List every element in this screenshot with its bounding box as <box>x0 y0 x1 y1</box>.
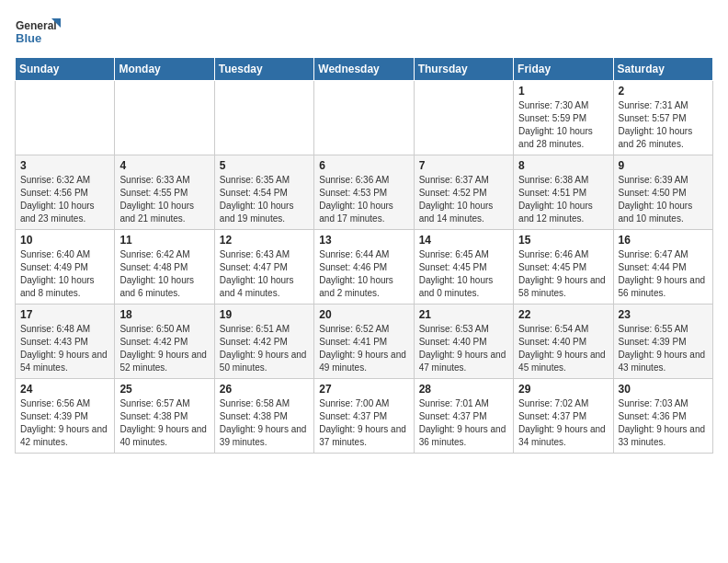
day-info: Sunrise: 6:54 AM Sunset: 4:40 PM Dayligh… <box>518 323 608 374</box>
calendar-header-row: SundayMondayTuesdayWednesdayThursdayFrid… <box>16 58 713 81</box>
day-info: Sunrise: 6:36 AM Sunset: 4:53 PM Dayligh… <box>319 174 408 225</box>
day-info: Sunrise: 6:40 AM Sunset: 4:49 PM Dayligh… <box>20 248 109 300</box>
calendar-cell: 12Sunrise: 6:43 AM Sunset: 4:47 PM Dayli… <box>214 230 313 304</box>
day-number: 8 <box>518 159 608 172</box>
calendar-cell: 11Sunrise: 6:42 AM Sunset: 4:48 PM Dayli… <box>115 230 214 304</box>
calendar-cell <box>16 81 115 155</box>
day-info: Sunrise: 6:52 AM Sunset: 4:41 PM Dayligh… <box>319 323 408 374</box>
day-info: Sunrise: 6:42 AM Sunset: 4:48 PM Dayligh… <box>119 248 209 300</box>
calendar-cell: 28Sunrise: 7:01 AM Sunset: 4:37 PM Dayli… <box>414 379 513 454</box>
calendar-cell: 16Sunrise: 6:47 AM Sunset: 4:44 PM Dayli… <box>613 230 712 304</box>
day-number: 3 <box>20 159 109 172</box>
day-number: 30 <box>619 383 708 396</box>
calendar-cell: 25Sunrise: 6:57 AM Sunset: 4:38 PM Dayli… <box>115 379 214 454</box>
calendar-cell: 6Sunrise: 6:36 AM Sunset: 4:53 PM Daylig… <box>314 155 414 230</box>
day-number: 24 <box>20 383 109 396</box>
day-number: 26 <box>220 383 309 396</box>
day-info: Sunrise: 6:51 AM Sunset: 4:42 PM Dayligh… <box>220 323 309 374</box>
calendar-cell: 13Sunrise: 6:44 AM Sunset: 4:46 PM Dayli… <box>314 230 414 304</box>
day-info: Sunrise: 6:35 AM Sunset: 4:54 PM Dayligh… <box>220 174 309 225</box>
calendar-cell: 22Sunrise: 6:54 AM Sunset: 4:40 PM Dayli… <box>514 304 613 379</box>
calendar-cell: 15Sunrise: 6:46 AM Sunset: 4:45 PM Dayli… <box>514 230 613 304</box>
day-info: Sunrise: 7:02 AM Sunset: 4:37 PM Dayligh… <box>518 397 608 449</box>
day-info: Sunrise: 7:31 AM Sunset: 5:57 PM Dayligh… <box>619 99 708 151</box>
day-number: 12 <box>220 234 309 247</box>
calendar-cell: 1Sunrise: 7:30 AM Sunset: 5:59 PM Daylig… <box>514 81 613 155</box>
day-info: Sunrise: 6:43 AM Sunset: 4:47 PM Dayligh… <box>220 248 309 300</box>
col-header-thursday: Thursday <box>414 58 513 81</box>
logo-svg: General Blue <box>15 15 63 50</box>
calendar-cell: 24Sunrise: 6:56 AM Sunset: 4:39 PM Dayli… <box>16 379 115 454</box>
calendar-cell: 26Sunrise: 6:58 AM Sunset: 4:38 PM Dayli… <box>214 379 313 454</box>
calendar-week-row: 24Sunrise: 6:56 AM Sunset: 4:39 PM Dayli… <box>16 379 713 454</box>
day-info: Sunrise: 6:38 AM Sunset: 4:51 PM Dayligh… <box>518 174 608 225</box>
calendar-cell <box>414 81 513 155</box>
calendar-cell: 4Sunrise: 6:33 AM Sunset: 4:55 PM Daylig… <box>115 155 214 230</box>
day-number: 29 <box>518 383 608 396</box>
calendar-cell: 3Sunrise: 6:32 AM Sunset: 4:56 PM Daylig… <box>16 155 115 230</box>
calendar-cell: 7Sunrise: 6:37 AM Sunset: 4:52 PM Daylig… <box>414 155 513 230</box>
calendar-cell: 30Sunrise: 7:03 AM Sunset: 4:36 PM Dayli… <box>613 379 712 454</box>
calendar-cell: 29Sunrise: 7:02 AM Sunset: 4:37 PM Dayli… <box>514 379 613 454</box>
day-number: 2 <box>619 85 708 98</box>
col-header-friday: Friday <box>514 58 613 81</box>
day-info: Sunrise: 6:57 AM Sunset: 4:38 PM Dayligh… <box>119 397 209 449</box>
day-number: 17 <box>20 308 109 321</box>
calendar-cell: 23Sunrise: 6:55 AM Sunset: 4:39 PM Dayli… <box>613 304 712 379</box>
calendar-table: SundayMondayTuesdayWednesdayThursdayFrid… <box>15 57 713 454</box>
day-info: Sunrise: 6:44 AM Sunset: 4:46 PM Dayligh… <box>319 248 408 300</box>
page-header: General Blue <box>15 15 713 50</box>
day-number: 9 <box>619 159 708 172</box>
day-info: Sunrise: 6:47 AM Sunset: 4:44 PM Dayligh… <box>619 248 708 300</box>
day-info: Sunrise: 6:50 AM Sunset: 4:42 PM Dayligh… <box>119 323 209 374</box>
day-number: 1 <box>518 85 608 98</box>
calendar-cell: 14Sunrise: 6:45 AM Sunset: 4:45 PM Dayli… <box>414 230 513 304</box>
calendar-cell: 10Sunrise: 6:40 AM Sunset: 4:49 PM Dayli… <box>16 230 115 304</box>
day-number: 6 <box>319 159 408 172</box>
calendar-cell: 21Sunrise: 6:53 AM Sunset: 4:40 PM Dayli… <box>414 304 513 379</box>
calendar-week-row: 10Sunrise: 6:40 AM Sunset: 4:49 PM Dayli… <box>16 230 713 304</box>
day-number: 25 <box>119 383 209 396</box>
calendar-cell <box>214 81 313 155</box>
day-number: 15 <box>518 234 608 247</box>
day-info: Sunrise: 6:46 AM Sunset: 4:45 PM Dayligh… <box>518 248 608 300</box>
calendar-cell: 18Sunrise: 6:50 AM Sunset: 4:42 PM Dayli… <box>115 304 214 379</box>
col-header-tuesday: Tuesday <box>214 58 313 81</box>
calendar-cell: 2Sunrise: 7:31 AM Sunset: 5:57 PM Daylig… <box>613 81 712 155</box>
day-number: 21 <box>419 308 508 321</box>
calendar-cell: 9Sunrise: 6:39 AM Sunset: 4:50 PM Daylig… <box>613 155 712 230</box>
day-info: Sunrise: 7:01 AM Sunset: 4:37 PM Dayligh… <box>419 397 508 449</box>
calendar-cell: 8Sunrise: 6:38 AM Sunset: 4:51 PM Daylig… <box>514 155 613 230</box>
day-number: 19 <box>220 308 309 321</box>
day-number: 4 <box>119 159 209 172</box>
calendar-cell <box>314 81 414 155</box>
calendar-cell: 17Sunrise: 6:48 AM Sunset: 4:43 PM Dayli… <box>16 304 115 379</box>
day-info: Sunrise: 6:53 AM Sunset: 4:40 PM Dayligh… <box>419 323 508 374</box>
calendar-week-row: 17Sunrise: 6:48 AM Sunset: 4:43 PM Dayli… <box>16 304 713 379</box>
day-number: 14 <box>419 234 508 247</box>
day-info: Sunrise: 6:48 AM Sunset: 4:43 PM Dayligh… <box>20 323 109 374</box>
day-info: Sunrise: 6:33 AM Sunset: 4:55 PM Dayligh… <box>119 174 209 225</box>
day-number: 27 <box>319 383 408 396</box>
day-info: Sunrise: 6:58 AM Sunset: 4:38 PM Dayligh… <box>220 397 309 449</box>
day-number: 7 <box>419 159 508 172</box>
day-number: 11 <box>119 234 209 247</box>
day-number: 23 <box>619 308 708 321</box>
day-number: 5 <box>220 159 309 172</box>
svg-text:General: General <box>16 19 57 32</box>
day-info: Sunrise: 6:39 AM Sunset: 4:50 PM Dayligh… <box>619 174 708 225</box>
logo: General Blue <box>15 15 63 50</box>
col-header-saturday: Saturday <box>613 58 712 81</box>
day-info: Sunrise: 7:30 AM Sunset: 5:59 PM Dayligh… <box>518 99 608 151</box>
day-number: 16 <box>619 234 708 247</box>
calendar-cell <box>115 81 214 155</box>
col-header-monday: Monday <box>115 58 214 81</box>
day-info: Sunrise: 7:00 AM Sunset: 4:37 PM Dayligh… <box>319 397 408 449</box>
day-number: 13 <box>319 234 408 247</box>
day-number: 18 <box>119 308 209 321</box>
day-info: Sunrise: 6:55 AM Sunset: 4:39 PM Dayligh… <box>619 323 708 374</box>
col-header-sunday: Sunday <box>16 58 115 81</box>
calendar-cell: 20Sunrise: 6:52 AM Sunset: 4:41 PM Dayli… <box>314 304 414 379</box>
col-header-wednesday: Wednesday <box>314 58 414 81</box>
day-number: 28 <box>419 383 508 396</box>
